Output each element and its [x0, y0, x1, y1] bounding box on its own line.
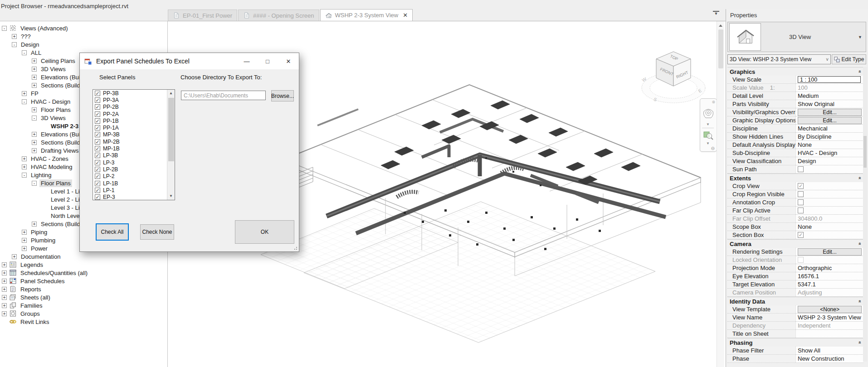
view-tab[interactable]: WSHP 2-3 System View✕: [320, 9, 413, 21]
navbar-dropdown-icon[interactable]: ▼: [706, 122, 710, 126]
section-header[interactable]: Extents»: [727, 174, 863, 182]
resize-grip[interactable]: [293, 246, 297, 250]
panel-list-item[interactable]: ✓LP-3B: [93, 152, 175, 159]
expand-icon[interactable]: +: [2, 270, 7, 275]
type-selector[interactable]: 3D View ▼: [727, 22, 866, 52]
collapse-icon[interactable]: -: [32, 116, 37, 121]
property-value[interactable]: [795, 198, 863, 206]
property-value[interactable]: Adjusting: [795, 289, 863, 296]
panel-checkbox[interactable]: ✓: [95, 91, 100, 96]
steering-wheel-icon[interactable]: [702, 106, 714, 120]
value-button[interactable]: <None>: [798, 306, 862, 313]
property-value[interactable]: 16576.1: [795, 272, 863, 280]
expand-icon[interactable]: +: [32, 58, 37, 63]
scrollbar-thumb[interactable]: [168, 98, 174, 161]
collapse-icon[interactable]: -: [12, 42, 17, 47]
check-all-button[interactable]: Check All: [96, 223, 129, 241]
tree-item[interactable]: +Reports: [0, 285, 167, 293]
panel-checkbox[interactable]: ✓: [95, 153, 100, 158]
expand-icon[interactable]: +: [2, 279, 7, 284]
value-input[interactable]: 1 : 100: [798, 76, 861, 83]
property-value[interactable]: None: [795, 141, 863, 149]
panel-list-item[interactable]: ✓EP-3: [93, 193, 175, 200]
property-value[interactable]: Edit...: [795, 108, 863, 116]
panel-list-item[interactable]: ✓MP-1B: [93, 145, 175, 152]
panel-checkbox[interactable]: ✓: [95, 125, 100, 130]
checkbox[interactable]: ✓: [798, 232, 804, 238]
tree-item[interactable]: Revit Links: [0, 318, 167, 326]
panel-checkbox[interactable]: ✓: [95, 118, 100, 124]
collapse-section-icon[interactable]: »: [857, 242, 862, 245]
property-value[interactable]: [795, 190, 863, 198]
expand-icon[interactable]: +: [32, 67, 37, 72]
property-value[interactable]: 5347.1: [795, 280, 863, 288]
expand-icon[interactable]: +: [12, 34, 17, 39]
property-value[interactable]: Mechanical: [795, 125, 863, 132]
expand-icon[interactable]: +: [32, 75, 37, 80]
panel-checkbox[interactable]: ✓: [95, 160, 100, 165]
expand-icon[interactable]: +: [22, 246, 27, 251]
tree-item[interactable]: +Schedules/Quantities (all): [0, 269, 167, 277]
edit-type-button[interactable]: Edit Type: [832, 54, 866, 64]
scroll-down-icon[interactable]: ▼: [167, 193, 175, 200]
panel-checkbox[interactable]: ✓: [95, 111, 100, 117]
edit-button[interactable]: Edit...: [798, 117, 862, 124]
zoom-icon[interactable]: [703, 130, 713, 140]
panel-list-item[interactable]: ✓PP-3A: [93, 97, 175, 103]
scrollbar-thumb[interactable]: [863, 136, 867, 168]
section-header[interactable]: Camera»: [727, 239, 863, 248]
maximize-icon[interactable]: □: [257, 53, 278, 69]
panel-list-item[interactable]: ✓LP-1: [93, 187, 175, 193]
list-scrollbar[interactable]: ▲ ▼: [167, 90, 175, 200]
tree-item[interactable]: +Legends: [0, 261, 167, 269]
check-none-button[interactable]: Check None: [140, 224, 174, 240]
tree-item[interactable]: +Panel Schedules: [0, 277, 167, 285]
checkbox[interactable]: ✓: [798, 183, 804, 189]
expand-icon[interactable]: +: [2, 262, 7, 267]
checkbox[interactable]: [798, 199, 804, 205]
section-header[interactable]: Identity Data»: [727, 297, 863, 305]
tab-list-icon[interactable]: ▼: [713, 11, 719, 16]
property-value[interactable]: [795, 207, 863, 214]
panel-list-item[interactable]: ✓MP-3B: [93, 131, 175, 138]
checkbox[interactable]: [798, 191, 804, 197]
collapse-icon[interactable]: -: [32, 181, 37, 186]
property-value[interactable]: By Discipline: [795, 133, 863, 140]
properties-scrollbar[interactable]: [863, 67, 867, 362]
instance-selector[interactable]: 3D View: WSHP 2-3 System View ˅: [727, 54, 831, 64]
panel-list-item[interactable]: ✓PP-2B: [93, 104, 175, 111]
panel-list-item[interactable]: ✓PP-1A: [93, 124, 175, 131]
tree-item[interactable]: +Sheets (all): [0, 293, 167, 301]
property-value[interactable]: Medium: [795, 92, 863, 100]
expand-icon[interactable]: +: [2, 295, 7, 300]
tree-item[interactable]: +Documentation: [0, 252, 167, 261]
collapse-section-icon[interactable]: »: [857, 70, 862, 73]
property-value[interactable]: Edit...: [795, 116, 863, 124]
chevron-down-icon[interactable]: ▼: [858, 35, 862, 39]
edit-button[interactable]: Edit...: [798, 248, 862, 256]
expand-icon[interactable]: +: [32, 132, 37, 137]
property-value[interactable]: Show All: [795, 347, 863, 354]
section-header[interactable]: Graphics»: [727, 67, 863, 76]
panel-checkbox[interactable]: ✓: [95, 146, 100, 151]
expand-icon[interactable]: +: [22, 238, 27, 243]
panel-checkbox[interactable]: ✓: [95, 167, 100, 172]
panel-list-item[interactable]: ✓MP-2B: [93, 138, 175, 145]
property-value[interactable]: Edit...: [795, 248, 863, 256]
scrollbar-thumb[interactable]: [718, 29, 723, 68]
expand-icon[interactable]: +: [32, 83, 37, 88]
property-value[interactable]: Independent: [795, 322, 863, 329]
zoom-dropdown-icon[interactable]: ▼: [706, 141, 710, 145]
property-value[interactable]: New Construction: [795, 355, 863, 362]
collapse-icon[interactable]: -: [22, 173, 27, 178]
tree-item[interactable]: -Views (Advanced): [0, 24, 167, 32]
view-tab[interactable]: #### - Opening Screen: [238, 10, 319, 21]
ok-button[interactable]: OK: [235, 220, 294, 244]
checkbox[interactable]: [798, 257, 804, 263]
collapse-section-icon[interactable]: »: [857, 300, 862, 303]
expand-icon[interactable]: +: [22, 156, 27, 161]
panel-checkbox[interactable]: ✓: [95, 104, 100, 110]
expand-icon[interactable]: +: [2, 311, 7, 316]
dialog-title-bar[interactable]: Export Panel Schedules To Excel — □ ✕: [80, 53, 299, 69]
property-value[interactable]: [795, 256, 863, 264]
